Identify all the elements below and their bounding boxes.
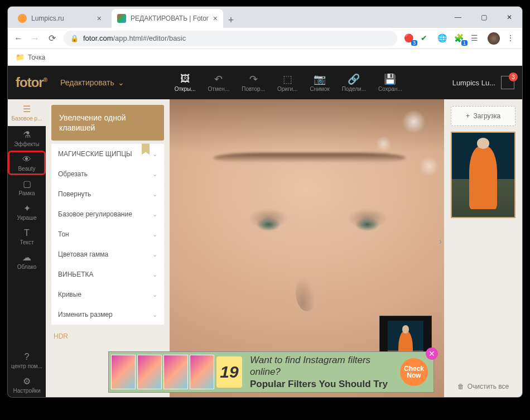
panel-header[interactable]: Увелечение одной клавишей <box>51 105 164 141</box>
rail-[interactable]: ☁Облако <box>8 249 46 273</box>
close-window-button[interactable]: ✕ <box>497 7 522 28</box>
rail-[interactable]: ▢Рамка <box>8 175 46 200</box>
toolbar-[interactable]: ↷Повтор... <box>242 73 265 92</box>
rail-icon: T <box>24 228 30 238</box>
rail-icon: ⚙ <box>23 376 31 387</box>
url-path: /app.html#/editor/basic <box>113 34 186 42</box>
ext-icon[interactable]: ✔ <box>421 33 431 44</box>
ad-number: 19 <box>216 356 242 388</box>
chevron-down-icon: ⌄ <box>152 271 157 278</box>
ext-icon[interactable]: 🔴3 <box>404 33 414 44</box>
app-header: fotor® Редактировать ⌄ 🖼Откры...↶Отмен..… <box>8 66 522 99</box>
url-domain: fotor.com <box>83 34 113 42</box>
toolbar-[interactable]: 💾Сохран... <box>378 73 402 92</box>
tab-title: РЕДАКТИРОВАТЬ | Fotor <box>131 15 209 22</box>
chevron-down-icon: ⌄ <box>152 151 157 158</box>
tab-lumpics[interactable]: Lumpics.ru × <box>12 9 107 28</box>
ext-icon[interactable]: 🧩1 <box>454 33 464 44</box>
toolbar-[interactable]: 🖼Откры... <box>175 73 196 92</box>
ad-close-button[interactable]: ✕ <box>426 347 438 360</box>
folder-icon: 📁 <box>16 53 25 61</box>
fotor-logo[interactable]: fotor® <box>16 75 47 90</box>
menu-icon[interactable]: ⋮ <box>507 33 517 44</box>
ad-thumb <box>190 355 214 389</box>
rail-[interactable]: ✦Украше <box>8 200 46 224</box>
panel-item[interactable]: Цветовая гамма⌄ <box>51 244 164 264</box>
toolbar-[interactable]: ↶Отмен... <box>208 73 230 92</box>
panel-item[interactable]: Повернуть⌄ <box>51 184 164 204</box>
scroll-right-icon[interactable]: › <box>439 236 442 247</box>
rail-[interactable]: TТекст <box>8 224 46 249</box>
rail-[interactable]: ⚙Настройки <box>8 373 46 397</box>
rail-icon: ⚗ <box>23 129 31 140</box>
chevron-down-icon: ⌄ <box>152 291 157 298</box>
new-tab-button[interactable]: + <box>223 12 239 28</box>
reload-button[interactable]: ⟳ <box>47 33 57 44</box>
ad-thumb <box>137 355 162 389</box>
forward-button[interactable]: → <box>30 33 40 44</box>
tool-icon: ↶ <box>214 73 223 84</box>
chevron-down-icon: ⌄ <box>152 251 157 258</box>
toolbar-[interactable]: ⬚Ориги... <box>277 73 298 92</box>
panel-item[interactable]: Базовое регулирование⌄ <box>51 204 164 224</box>
chevron-down-icon: ⌄ <box>118 78 124 87</box>
tool-icon: 🔗 <box>348 73 360 84</box>
maximize-button[interactable]: ▢ <box>471 7 497 28</box>
tool-icon: 🖼 <box>180 73 190 84</box>
titlebar: Lumpics.ru × РЕДАКТИРОВАТЬ | Fotor × + —… <box>8 7 522 28</box>
rail-beauty[interactable]: 👁Beauty <box>8 151 46 175</box>
panel-item[interactable]: ВИНЬЕТКА⌄ <box>51 264 164 284</box>
rail-[interactable]: ?центр пом... <box>8 348 46 373</box>
reading-list-icon[interactable]: ☰ <box>471 33 481 44</box>
minimize-button[interactable]: — <box>445 7 471 28</box>
tool-icon: ⬚ <box>283 73 292 84</box>
toolbar: 🖼Откры...↶Отмен...↷Повтор...⬚Ориги...📷Сн… <box>175 73 402 92</box>
panel-item[interactable]: Изменить размер⌄ <box>51 305 164 325</box>
rail-icon: ? <box>25 352 30 362</box>
image-thumbnail[interactable] <box>451 132 515 218</box>
tool-icon: ↷ <box>249 73 258 84</box>
panel-item[interactable]: Кривые⌄ <box>51 284 164 305</box>
rail-icon: ✦ <box>23 203 31 214</box>
close-tab-icon[interactable]: × <box>93 14 102 23</box>
bookmark-item[interactable]: Точка <box>28 54 45 61</box>
panel-item[interactable]: Тон⌄ <box>51 224 164 244</box>
ad-banner[interactable]: 19 Want to find Instagram filters online… <box>108 351 434 393</box>
ad-text: Want to find Instagram filters online?Po… <box>245 354 400 390</box>
rail-icon: ☰ <box>23 104 31 114</box>
window-controls: — ▢ ✕ <box>445 7 522 28</box>
panel-item[interactable]: МАГИЧЕСКИЕ ЩИПЦЫ⌄ <box>51 144 164 164</box>
ad-cta-button[interactable]: CheckNow <box>400 358 428 386</box>
mode-dropdown[interactable]: Редактировать ⌄ <box>60 78 124 87</box>
ribbon-icon <box>142 143 150 155</box>
panel-item[interactable]: Обрезать⌄ <box>51 164 164 184</box>
panel-section-hdr[interactable]: HDR <box>51 328 164 340</box>
favicon-icon <box>18 14 27 23</box>
tool-icon: 💾 <box>384 73 396 84</box>
back-button[interactable]: ← <box>13 33 23 44</box>
trash-icon: 🗑 <box>457 383 464 390</box>
rail-icon: ▢ <box>23 178 31 189</box>
chevron-down-icon: ⌄ <box>152 231 157 238</box>
upload-button[interactable]: + Загрузка <box>451 106 515 126</box>
ad-thumb <box>111 355 136 389</box>
tab-fotor[interactable]: РЕДАКТИРОВАТЬ | Fotor × <box>112 9 223 28</box>
profile-avatar[interactable] <box>488 32 500 45</box>
clear-all-button[interactable]: 🗑Очистить все <box>451 383 515 390</box>
extensions: 🔴3 ✔ 🌐 🧩1 ☰ ⋮ <box>404 32 517 45</box>
lock-icon: 🔒 <box>70 35 79 42</box>
ext-icon[interactable]: 🌐 <box>437 33 447 44</box>
rail-[interactable]: ☰Базовое р... <box>8 99 46 126</box>
address-bar[interactable]: 🔒 fotor.com/app.html#/editor/basic <box>64 31 397 46</box>
rail-[interactable]: ⚗Эффекты <box>8 126 46 151</box>
tool-icon: 📷 <box>314 73 326 84</box>
rail-icon: ☁ <box>22 252 31 263</box>
notification-badge: 3 <box>509 73 518 81</box>
toolbar-[interactable]: 📷Снимок <box>310 73 330 92</box>
user-menu[interactable]: Lumpics Lu... 3 <box>452 76 514 89</box>
close-tab-icon[interactable]: × <box>209 14 218 23</box>
toolbar-[interactable]: 🔗Подели... <box>342 73 366 92</box>
bookmarks-bar: 📁 Точка <box>8 49 522 66</box>
tab-title: Lumpics.ru <box>31 15 64 22</box>
chevron-down-icon: ⌄ <box>152 171 157 178</box>
